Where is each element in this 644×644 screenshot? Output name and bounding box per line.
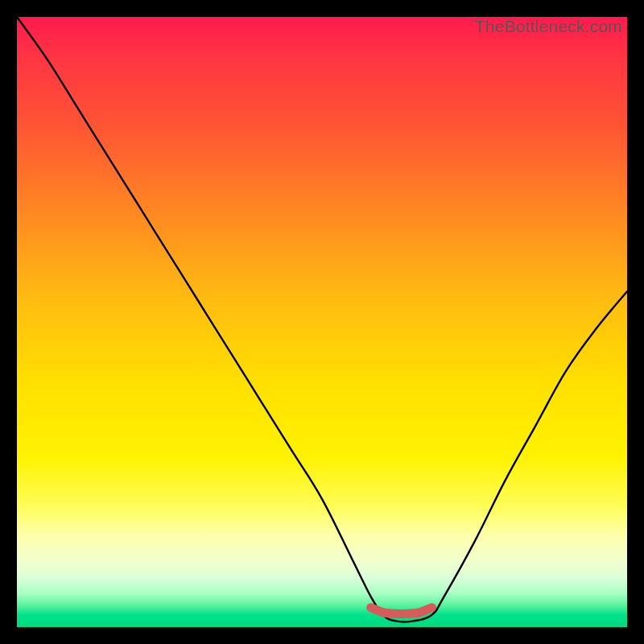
bottleneck-curve-path: [17, 17, 627, 621]
plot-area: TheBottleneck.com: [17, 17, 627, 627]
chart-svg: [17, 17, 627, 627]
optimal-marker-path: [371, 608, 432, 614]
chart-frame: TheBottleneck.com: [0, 0, 644, 644]
